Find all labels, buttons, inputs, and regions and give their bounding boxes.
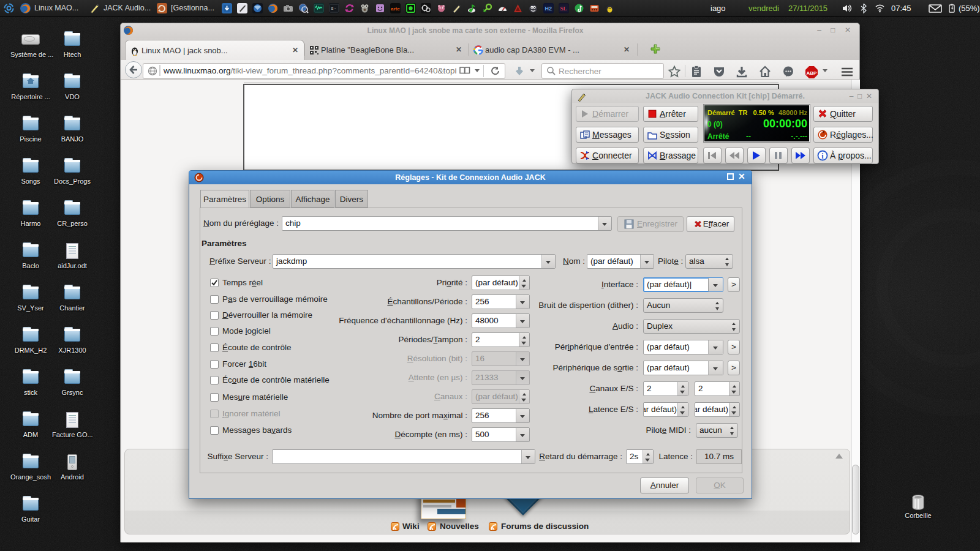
- svg-text:SL: SL: [560, 6, 567, 12]
- svg-text:H2: H2: [545, 6, 552, 12]
- svg-text:s-: s-: [331, 6, 337, 11]
- svg-text:arte: arte: [391, 6, 400, 12]
- svg-text:ABP: ABP: [807, 70, 818, 76]
